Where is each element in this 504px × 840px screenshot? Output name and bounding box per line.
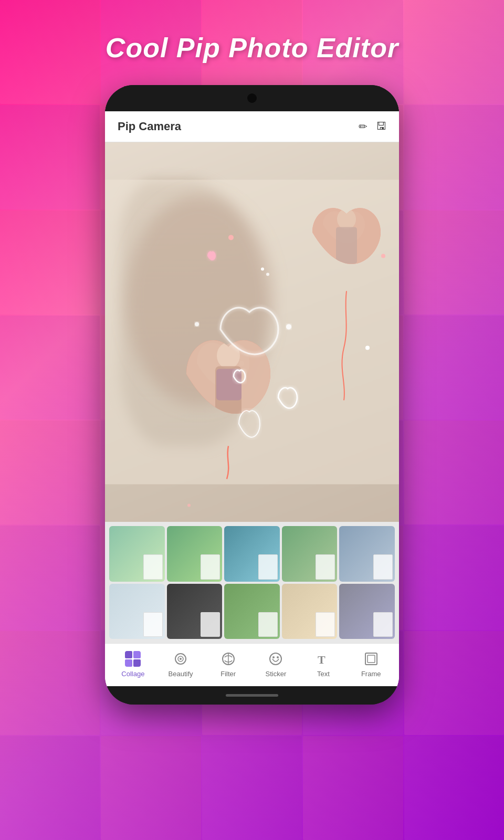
thumbnail-7[interactable]: [167, 584, 223, 639]
svg-point-3: [381, 254, 385, 258]
frame-label: Frame: [361, 670, 381, 678]
svg-text:T: T: [318, 653, 326, 666]
thumbnails-grid: [105, 522, 399, 643]
save-icon[interactable]: 🖫: [376, 120, 386, 133]
thumbnail-6[interactable]: [109, 584, 165, 639]
nav-text[interactable]: T Text: [300, 650, 348, 678]
beautify-label: Beautify: [169, 670, 193, 678]
heart-balloon-artwork: [105, 142, 399, 522]
svg-point-25: [272, 656, 275, 658]
svg-point-21: [180, 658, 182, 660]
text-label: Text: [317, 670, 330, 678]
svg-point-18: [266, 273, 269, 276]
nav-beautify[interactable]: Beautify: [157, 650, 205, 678]
collage-icon: [124, 650, 142, 668]
filter-icon: [219, 650, 237, 668]
thumbnail-4[interactable]: [282, 526, 338, 582]
nav-sticker[interactable]: Sticker: [252, 650, 300, 678]
svg-rect-11: [336, 227, 357, 264]
beautify-icon: [172, 650, 190, 668]
app-title: Cool Pip Photo Editor: [106, 32, 398, 64]
svg-point-4: [187, 504, 191, 507]
thumbnail-3[interactable]: [224, 526, 280, 582]
text-icon: T: [314, 650, 332, 668]
edit-icon[interactable]: ✏: [359, 120, 368, 133]
thumbnail-8[interactable]: [224, 584, 280, 639]
phone-screen: Pip Camera ✏ 🖫: [105, 111, 399, 686]
bottom-navigation: Collage Beautify: [105, 643, 399, 686]
svg-point-16: [286, 324, 291, 330]
thumbnail-5[interactable]: [339, 526, 395, 582]
bottom-section: Collage Beautify: [105, 522, 399, 686]
phone-mockup: Pip Camera ✏ 🖫: [105, 85, 399, 705]
nav-collage[interactable]: Collage: [109, 650, 157, 678]
artwork-container: [105, 142, 399, 522]
svg-point-6: [365, 346, 370, 350]
nav-frame[interactable]: Frame: [347, 650, 395, 678]
sticker-label: Sticker: [265, 670, 286, 678]
phone-top-bar: [105, 85, 399, 111]
main-content: Cool Pip Photo Editor Pip Camera ✏ 🖫: [0, 0, 504, 840]
svg-point-8: [261, 268, 264, 271]
frame-icon: [362, 650, 380, 668]
thumbnail-1[interactable]: [109, 526, 165, 582]
home-indicator: [226, 694, 278, 697]
svg-rect-15: [216, 369, 242, 401]
canvas-area[interactable]: [105, 142, 399, 522]
nav-filter[interactable]: Filter: [204, 650, 252, 678]
thumbnail-10[interactable]: [339, 584, 395, 639]
svg-point-26: [277, 656, 279, 658]
header-icons: ✏ 🖫: [359, 120, 386, 133]
thumbnail-2[interactable]: [167, 526, 223, 582]
app-header: Pip Camera ✏ 🖫: [105, 111, 399, 142]
svg-point-17: [195, 322, 199, 327]
collage-label: Collage: [121, 670, 144, 678]
phone-bottom-bar: [105, 686, 399, 705]
svg-point-2: [228, 235, 234, 240]
camera-punch-hole: [247, 93, 257, 103]
svg-rect-29: [368, 655, 375, 663]
svg-point-24: [270, 653, 281, 665]
sticker-icon: [267, 650, 285, 668]
filter-label: Filter: [220, 670, 236, 678]
thumbnail-9[interactable]: [282, 584, 338, 639]
app-header-title: Pip Camera: [118, 120, 181, 133]
